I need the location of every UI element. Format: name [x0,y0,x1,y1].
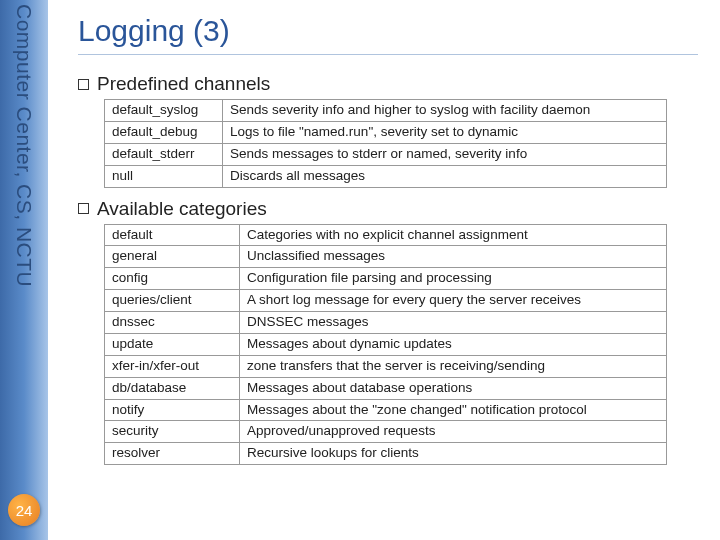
table-row: default_syslogSends severity info and hi… [105,100,667,122]
categories-table: defaultCategories with no explicit chann… [104,224,667,466]
square-bullet-icon [78,203,89,214]
table-row: configConfiguration file parsing and pro… [105,268,667,290]
table-row: xfer-in/xfer-outzone transfers that the … [105,355,667,377]
table-row: securityApproved/unapproved requests [105,421,667,443]
sidebar: Computer Center, CS, NCTU 24 [0,0,48,540]
table-row: dnssecDNSSEC messages [105,312,667,334]
table-row: updateMessages about dynamic updates [105,333,667,355]
table-row: notifyMessages about the "zone changed" … [105,399,667,421]
table-row: default_debugLogs to file "named.run", s… [105,121,667,143]
page-title: Logging (3) [78,14,698,55]
square-bullet-icon [78,79,89,90]
section-heading-label: Predefined channels [97,73,270,95]
table-row: defaultCategories with no explicit chann… [105,224,667,246]
section-heading-label: Available categories [97,198,267,220]
channels-table: default_syslogSends severity info and hi… [104,99,667,188]
table-row: nullDiscards all messages [105,165,667,187]
slide-content: Logging (3) Predefined channels default_… [60,0,710,475]
table-row: queries/clientA short log message for ev… [105,290,667,312]
table-row: db/databaseMessages about database opera… [105,377,667,399]
section-heading-channels: Predefined channels [78,73,698,95]
section-heading-categories: Available categories [78,198,698,220]
page-number-badge: 24 [8,494,40,526]
table-row: default_stderrSends messages to stderr o… [105,143,667,165]
table-row: generalUnclassified messages [105,246,667,268]
table-row: resolverRecursive lookups for clients [105,443,667,465]
org-text: Computer Center, CS, NCTU [12,4,36,287]
